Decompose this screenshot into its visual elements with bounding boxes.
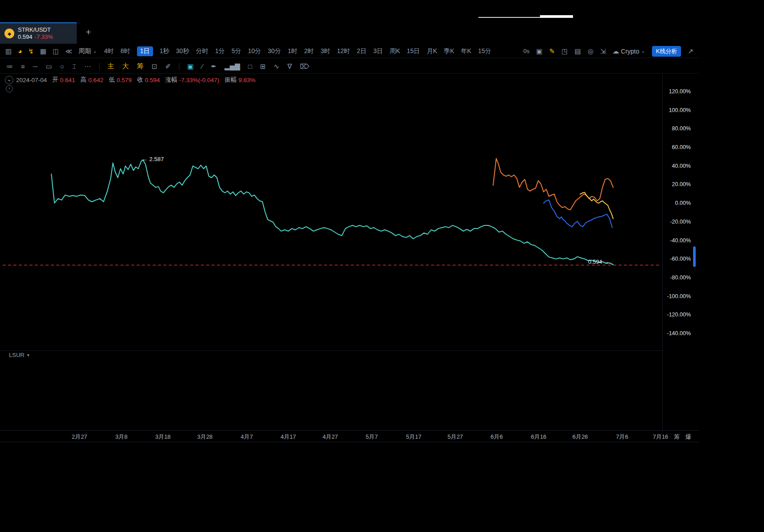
- series-overlay-yellow: [580, 192, 613, 219]
- x-axis-label: 4月17: [281, 433, 296, 441]
- period-button-14[interactable]: 12时: [337, 46, 350, 56]
- period-button-6[interactable]: 分时: [196, 46, 208, 56]
- period-button-9[interactable]: 10分: [248, 46, 261, 56]
- coin-diamond-icon: ◆: [8, 31, 11, 36]
- period-button-17[interactable]: 周K: [390, 46, 400, 56]
- chevron-down-icon: ⌄: [93, 48, 97, 54]
- new-tab-button[interactable]: +: [86, 27, 91, 37]
- main-toolbar: ▥ ◕ ↯ ▦ ◫ ≪ 周期 ⌄ 4时8时1日1秒30秒分时1分5分10分30分…: [0, 45, 699, 58]
- volume-profile-icon[interactable]: ▂▅▇: [224, 62, 240, 71]
- period-button-4[interactable]: 1秒: [160, 46, 170, 56]
- period-button-5[interactable]: 30秒: [176, 46, 189, 56]
- period-button-8[interactable]: 5分: [232, 46, 241, 56]
- collapse-info-icon[interactable]: ⌄: [5, 76, 13, 84]
- share-icon[interactable]: ↗: [688, 47, 693, 55]
- pen-tool-icon[interactable]: ✒: [211, 62, 217, 71]
- chevron-down-icon: ⌄: [641, 48, 645, 54]
- period-button-13[interactable]: 3时: [320, 46, 330, 56]
- kline-chart-icon[interactable]: ▥: [5, 47, 12, 55]
- axis-corner-button[interactable]: 爆: [685, 433, 691, 441]
- x-axis-bottom-border: [0, 442, 699, 442]
- axis-corner-button[interactable]: 筹: [674, 433, 680, 441]
- period-button-21[interactable]: 年K: [461, 46, 471, 56]
- binance-coin-icon: ◆: [4, 29, 14, 38]
- tab-price: 0.594: [18, 33, 33, 40]
- x-axis-label: 3月8: [115, 433, 127, 441]
- y-axis-label: 100.00%: [663, 107, 691, 114]
- flash-icon[interactable]: ↯: [28, 47, 34, 55]
- y-axis-label: 60.00%: [663, 144, 691, 151]
- cloud-icon: ☁: [612, 47, 619, 55]
- chips-toggle[interactable]: 筹: [137, 62, 144, 71]
- peak-annotation: ← 2.587: [142, 156, 164, 162]
- rewind-icon[interactable]: ≪: [65, 47, 72, 55]
- x-axis-top-border: [0, 430, 699, 431]
- x-axis-label: 6月16: [531, 433, 547, 441]
- more-tools-icon[interactable]: ⋯: [84, 62, 91, 71]
- panels-icon[interactable]: ◳: [561, 47, 568, 55]
- rectangle-tool-icon[interactable]: ▭: [46, 62, 52, 71]
- crypto-menu-label: Crypto: [621, 48, 639, 55]
- period-menu[interactable]: 周期 ⌄: [79, 47, 97, 55]
- copy-select-tool-icon[interactable]: ▣: [187, 62, 194, 71]
- x-axis-label: 4月27: [323, 433, 338, 441]
- calendar-icon[interactable]: ▦: [40, 47, 46, 55]
- period-button-22[interactable]: 15分: [478, 46, 491, 56]
- x-axis-label: 5月27: [448, 433, 463, 441]
- change-value: -7.33%(-0.047): [179, 77, 219, 83]
- period-button-20[interactable]: 季K: [444, 46, 454, 56]
- cursor-tool-icon[interactable]: ⌶: [72, 62, 76, 71]
- wave-tool-icon[interactable]: ∿: [274, 62, 279, 71]
- timer-label: 0s: [523, 48, 530, 54]
- horizontal-line-tool-icon[interactable]: ─: [33, 62, 38, 70]
- main-chart-toggle[interactable]: 主: [108, 62, 114, 71]
- edit-note-icon[interactable]: ⊡: [152, 62, 158, 71]
- x-axis-label: 4月7: [241, 433, 253, 441]
- target-icon[interactable]: ◎: [588, 47, 594, 55]
- camera-icon[interactable]: ▣: [536, 47, 542, 55]
- period-button-12[interactable]: 2时: [304, 46, 314, 56]
- period-button-11[interactable]: 1时: [288, 46, 298, 56]
- period-button-18[interactable]: 15日: [407, 46, 420, 56]
- box-tool-icon[interactable]: □: [248, 62, 252, 70]
- period-button-10[interactable]: 30分: [268, 46, 281, 56]
- low-value: 0.579: [116, 77, 132, 83]
- symbol-tab[interactable]: ◆ STRK/USDT 0.594-7.33%: [0, 22, 77, 44]
- circle-tool-icon[interactable]: ○: [60, 62, 64, 70]
- scrollbar-thumb[interactable]: [693, 246, 696, 267]
- indicator-sliders-icon[interactable]: ≔: [6, 62, 13, 71]
- amplitude-value: 9.83%: [238, 77, 255, 83]
- layout-icon[interactable]: ◫: [53, 47, 59, 55]
- open-value: 0.641: [60, 77, 75, 83]
- crypto-menu[interactable]: ☁ Crypto ⌄: [612, 47, 645, 55]
- kline-analysis-button[interactable]: K线分析: [652, 46, 681, 57]
- period-button-3[interactable]: 1日: [137, 46, 153, 56]
- y-axis-label: -60.00%: [663, 256, 691, 262]
- period-button-1[interactable]: 4时: [104, 46, 114, 56]
- period-button-2[interactable]: 8时: [120, 46, 130, 56]
- x-axis-label: 2月27: [72, 433, 87, 441]
- indicator-selector[interactable]: LSUR ▾: [9, 352, 29, 358]
- close-label: 收: [137, 76, 143, 84]
- expand-panel-icon[interactable]: ›: [6, 85, 13, 92]
- x-axis-label: 6月6: [490, 433, 502, 441]
- trash-tool-icon[interactable]: ⌦: [300, 62, 309, 71]
- close-value: 0.594: [145, 77, 160, 83]
- y-axis: 120.00%100.00%80.00%60.00%40.00%20.00%0.…: [663, 88, 691, 337]
- large-view-toggle[interactable]: 大: [122, 62, 129, 71]
- list-menu-icon[interactable]: ≡: [21, 62, 25, 70]
- filter-tool-icon[interactable]: ∇: [287, 62, 292, 71]
- date-label: 2024-07-04: [16, 77, 47, 83]
- gauge-icon[interactable]: ◕: [18, 47, 22, 55]
- form-tool-icon[interactable]: ⊞: [260, 62, 266, 71]
- period-button-19[interactable]: 月K: [427, 46, 437, 56]
- fullscreen-icon[interactable]: ⇲: [600, 47, 606, 55]
- image-icon[interactable]: ▤: [574, 47, 581, 55]
- pencil-icon[interactable]: ✎: [549, 47, 555, 55]
- period-button-15[interactable]: 2日: [357, 46, 367, 56]
- period-button-7[interactable]: 1分: [215, 46, 225, 56]
- brush-icon[interactable]: ✐: [165, 62, 171, 71]
- period-button-16[interactable]: 3日: [373, 46, 383, 56]
- ruler-tool-icon[interactable]: ∕: [202, 62, 203, 70]
- chevron-down-icon: ▾: [27, 353, 29, 357]
